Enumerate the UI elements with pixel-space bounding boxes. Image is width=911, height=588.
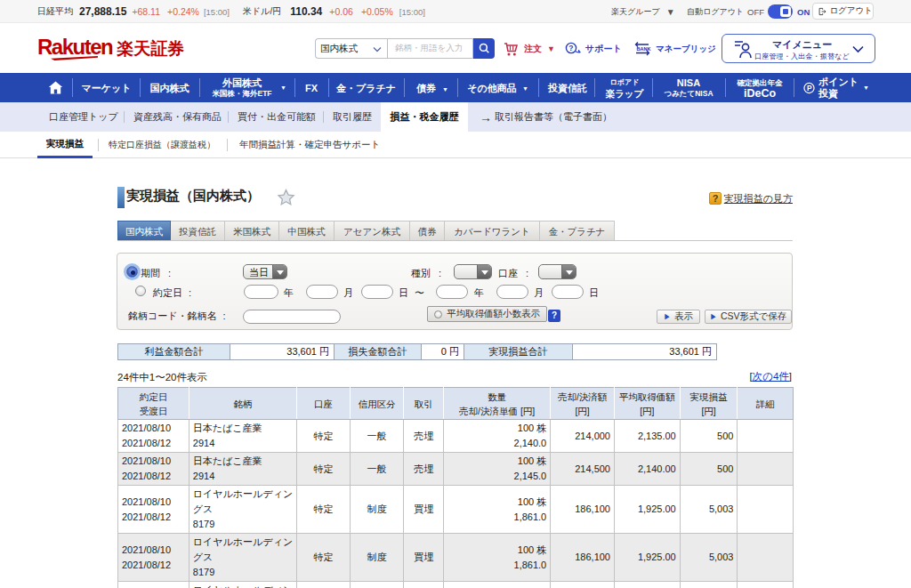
svg-text:BANK: BANK — [637, 46, 651, 52]
svg-text:?: ? — [568, 44, 573, 52]
svg-text:P: P — [807, 83, 812, 92]
